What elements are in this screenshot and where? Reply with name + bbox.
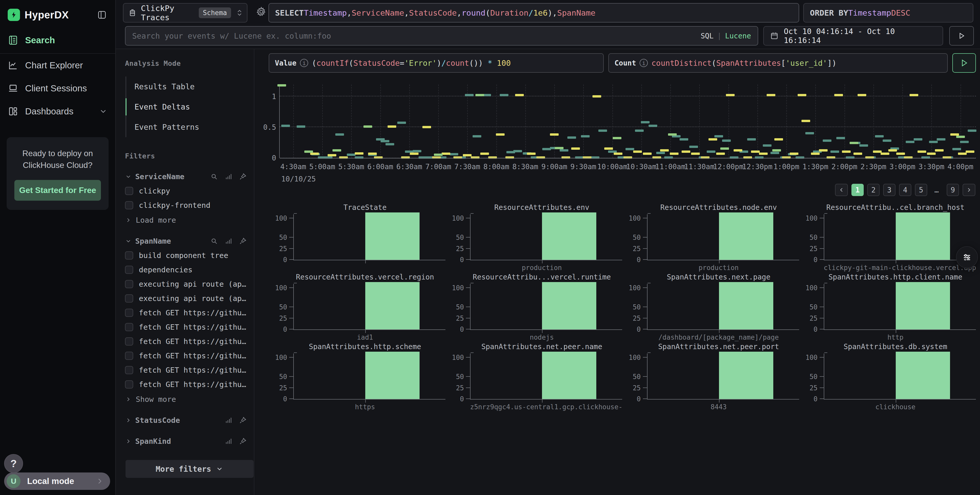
data-point-dash: [691, 152, 700, 155]
filter-checkbox[interactable]: [125, 251, 133, 260]
filter-checkbox[interactable]: [125, 309, 133, 317]
filter-group-header-servicename[interactable]: ServiceName: [125, 172, 254, 181]
pagination-page-1[interactable]: 1: [851, 184, 864, 196]
pagination-page-5[interactable]: 5: [915, 184, 927, 196]
get-started-button[interactable]: Get Started for Free: [14, 180, 101, 201]
run-search-button[interactable]: [949, 26, 974, 46]
date-range-picker[interactable]: Oct 10 04:16:14 - Oct 10 16:16:14: [763, 26, 943, 46]
filter-chart-button[interactable]: [224, 173, 232, 181]
x-gridline: [351, 84, 352, 158]
select-sql-input[interactable]: SELECT Timestamp, ServiceName, StatusCod…: [269, 3, 799, 22]
filter-chart-button[interactable]: [224, 237, 232, 245]
data-point-dash: [774, 138, 783, 141]
value-bar: [896, 282, 950, 329]
sql-token: countIf: [317, 59, 348, 68]
filter-chart-button[interactable]: [224, 416, 232, 424]
pagination-next-button[interactable]: [963, 184, 975, 196]
pagination-page-4[interactable]: 4: [899, 184, 912, 196]
sql-token: ServiceName: [352, 8, 404, 17]
y-tick: [820, 248, 824, 249]
y-tick-label: 0: [637, 256, 641, 263]
filter-checkbox[interactable]: [125, 352, 133, 360]
data-point-dash: [881, 152, 889, 155]
source-select[interactable]: ClickPy Traces Schema: [123, 3, 247, 22]
filter-checkbox[interactable]: [125, 201, 133, 209]
analysis-mode-event-deltas[interactable]: Event Deltas: [126, 97, 254, 117]
collapse-sidebar-icon[interactable]: [97, 10, 107, 20]
filter-checkbox[interactable]: [125, 323, 133, 331]
filter-checkbox[interactable]: [125, 280, 133, 288]
sidebar-item-dashboards[interactable]: Dashboards: [0, 100, 115, 123]
x-gridline: [845, 84, 845, 158]
local-mode-menu[interactable]: U Local mode: [4, 473, 110, 490]
filter-pin-button[interactable]: [239, 416, 247, 424]
data-point-dash: [473, 135, 481, 138]
filter-search-button[interactable]: [210, 173, 218, 181]
filter-show-more[interactable]: Show more: [125, 395, 254, 404]
analysis-mode-label: Analysis Mode: [125, 59, 254, 67]
filter-load-more[interactable]: Load more: [125, 216, 254, 224]
x-axis-label: 6:30am: [396, 162, 422, 171]
y-tick-label: 25: [810, 245, 817, 252]
filter-checkbox[interactable]: [125, 187, 133, 195]
attribute-chart-plot: 02550100: [470, 284, 614, 329]
chart-config-fab[interactable]: [956, 246, 978, 268]
data-point-dash: [641, 121, 649, 123]
filter-search-button[interactable]: [210, 237, 218, 245]
data-point-dash: [422, 126, 431, 128]
value-bar: [719, 282, 773, 329]
more-filters-button[interactable]: More filters: [126, 460, 254, 478]
filter-pin-button[interactable]: [239, 438, 247, 445]
data-point-dash: [726, 94, 735, 96]
data-point-dash: [463, 154, 472, 156]
run-analysis-button[interactable]: [952, 53, 976, 73]
x-axis-label: 1:00pm: [773, 162, 799, 171]
pagination-page-9[interactable]: 9: [947, 184, 959, 196]
data-point-dash: [471, 156, 479, 159]
value-bar: [719, 213, 773, 260]
attribute-chart-plot: 02550100: [824, 284, 967, 329]
filter-checkbox[interactable]: [125, 266, 133, 274]
filter-option: clickpy-frontend: [125, 201, 254, 209]
y-tick-label: 50: [633, 234, 641, 241]
search-input[interactable]: Search your events w/ Lucene ex. column:…: [125, 26, 758, 46]
value-formula-input[interactable]: Value i (countIf(StatusCode='Error')/cou…: [269, 53, 604, 73]
analysis-mode-results-table[interactable]: Results Table: [126, 76, 254, 97]
filter-checkbox[interactable]: [125, 366, 133, 374]
lucene-toggle[interactable]: Lucene: [725, 32, 751, 40]
help-button[interactable]: ?: [4, 454, 23, 473]
analysis-mode-event-patterns[interactable]: Event Patterns: [126, 117, 254, 137]
app-logo[interactable]: HyperDX: [8, 9, 68, 21]
filter-group-header-statuscode[interactable]: StatusCode: [125, 416, 254, 425]
y-tick-label: 100: [275, 214, 287, 222]
data-point-dash: [505, 156, 514, 159]
count-formula-input[interactable]: Count i countDistinct(SpanAttributes['us…: [608, 53, 948, 73]
pagination-page-3[interactable]: 3: [883, 184, 896, 196]
filter-group-header-spanname[interactable]: SpanName: [125, 237, 254, 246]
x-gridline: [293, 84, 294, 158]
attribute-chart: SpanAttributes.http.client.name02550100h…: [799, 273, 976, 343]
sidebar-item-client-sessions[interactable]: Client Sessions: [0, 77, 115, 100]
data-point-dash: [527, 152, 536, 155]
scatter-plot[interactable]: 00.514:30am5:00am5:30am6:00am6:30am7:00a…: [279, 84, 976, 158]
pagination-prev-button[interactable]: [835, 184, 848, 196]
filter-group-header-spankind[interactable]: SpanKind: [125, 437, 254, 446]
gear-icon[interactable]: [256, 6, 267, 17]
sidebar-item-chart-explorer[interactable]: Chart Explorer: [0, 54, 115, 77]
attribute-chart-plot: 02550100: [647, 214, 791, 260]
filter-checkbox[interactable]: [125, 294, 133, 303]
sidebar-item-search[interactable]: Search: [0, 29, 115, 54]
data-point-dash: [682, 151, 690, 153]
filter-pin-button[interactable]: [239, 173, 247, 181]
value-bar: [542, 282, 596, 329]
data-point-dash: [633, 151, 642, 153]
order-by-input[interactable]: ORDER BY Timestamp DESC: [803, 3, 973, 22]
filter-pin-button[interactable]: [239, 237, 247, 245]
filter-chart-button[interactable]: [224, 438, 232, 445]
sql-toggle[interactable]: SQL: [700, 32, 714, 40]
pagination-page-2[interactable]: 2: [867, 184, 880, 196]
data-point-dash: [418, 156, 427, 159]
data-point-dash: [805, 132, 814, 134]
filter-checkbox[interactable]: [125, 380, 133, 389]
filter-checkbox[interactable]: [125, 337, 133, 346]
